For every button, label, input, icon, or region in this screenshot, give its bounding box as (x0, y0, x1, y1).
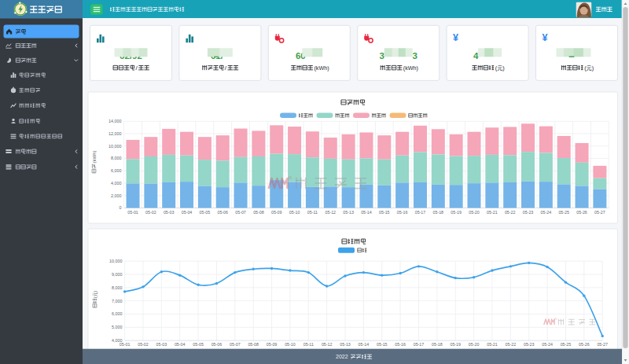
svg-text:2022: 2022 (336, 354, 348, 359)
svg-text:05-24: 05-24 (542, 342, 553, 347)
svg-text:05-26: 05-26 (579, 342, 590, 347)
svg-text:6,000: 6,000 (112, 311, 123, 316)
svg-text:(元): (元) (92, 291, 97, 299)
svg-text:4,000: 4,000 (111, 181, 122, 186)
svg-text:05-16: 05-16 (397, 210, 408, 215)
svg-text:0: 0 (120, 205, 122, 210)
svg-text:05-06: 05-06 (217, 210, 228, 215)
svg-text:05-20: 05-20 (469, 342, 480, 347)
svg-text:05-10: 05-10 (289, 210, 300, 215)
svg-text:10,000: 10,000 (109, 144, 122, 149)
svg-text:05-12: 05-12 (325, 210, 336, 215)
svg-text:05-05: 05-05 (193, 342, 204, 347)
svg-text:2,000: 2,000 (111, 193, 122, 198)
svg-text:05-15: 05-15 (379, 210, 390, 215)
svg-text:05-25: 05-25 (558, 210, 569, 215)
svg-text:05-25: 05-25 (561, 342, 572, 347)
svg-text:7,000: 7,000 (112, 299, 123, 303)
svg-text:05-12: 05-12 (322, 342, 333, 347)
svg-text:8,000: 8,000 (111, 156, 122, 160)
svg-text:05-01: 05-01 (120, 342, 131, 347)
svg-text:05-03: 05-03 (164, 210, 175, 215)
svg-text:05-18: 05-18 (433, 210, 444, 215)
svg-text:(kWh): (kWh) (403, 64, 418, 72)
svg-text:05-22: 05-22 (506, 342, 517, 347)
svg-text:10,000: 10,000 (109, 259, 123, 263)
svg-text:05-15: 05-15 (377, 342, 388, 347)
svg-text:05-26: 05-26 (576, 210, 587, 215)
svg-text:(元): (元) (584, 64, 594, 72)
svg-text:05-14: 05-14 (361, 210, 372, 215)
svg-text:05-07: 05-07 (235, 210, 246, 215)
svg-text:3: 3 (412, 51, 417, 61)
svg-text:05-07: 05-07 (230, 342, 241, 347)
svg-text:05-18: 05-18 (432, 342, 443, 347)
svg-text:05-23: 05-23 (524, 342, 535, 347)
svg-text:8,000: 8,000 (112, 285, 123, 290)
svg-text:05-27: 05-27 (597, 342, 608, 347)
svg-text:05-19: 05-19 (450, 342, 461, 347)
svg-text:05-09: 05-09 (267, 342, 278, 347)
svg-text:05-23: 05-23 (523, 210, 534, 215)
svg-text:05-21: 05-21 (487, 342, 498, 347)
svg-text:05-24: 05-24 (541, 210, 552, 215)
svg-text:05-27: 05-27 (594, 210, 605, 215)
svg-text:05-02: 05-02 (145, 210, 156, 215)
svg-text:05-17: 05-17 (415, 210, 426, 215)
svg-text:05-06: 05-06 (212, 342, 223, 347)
svg-text:05-01: 05-01 (127, 210, 138, 215)
svg-text:05-16: 05-16 (395, 342, 406, 347)
svg-text:05-21: 05-21 (487, 210, 498, 215)
svg-text:05-04: 05-04 (182, 210, 193, 215)
svg-text:(kWh): (kWh) (92, 150, 97, 163)
svg-text:05-11: 05-11 (303, 342, 314, 347)
svg-text:05-11: 05-11 (307, 210, 318, 215)
svg-text:4: 4 (473, 51, 479, 61)
svg-text:9,000: 9,000 (112, 272, 123, 277)
svg-text:(元): (元) (495, 64, 505, 72)
svg-text:05-19: 05-19 (451, 210, 462, 215)
svg-text:05-13: 05-13 (343, 210, 354, 215)
svg-text:05-14: 05-14 (359, 342, 370, 347)
svg-text:(kWh): (kWh) (314, 64, 329, 72)
svg-text:05-09: 05-09 (271, 210, 282, 215)
svg-text:¥: ¥ (453, 32, 458, 43)
svg-text:05-04: 05-04 (175, 342, 186, 347)
svg-text:05-03: 05-03 (156, 342, 167, 347)
svg-text:05-08: 05-08 (248, 342, 259, 347)
svg-text:05-10: 05-10 (285, 342, 296, 347)
svg-text:6,000: 6,000 (111, 168, 122, 173)
svg-text:05-20: 05-20 (469, 210, 480, 215)
svg-text:12,000: 12,000 (109, 131, 122, 136)
svg-text:3: 3 (379, 51, 384, 61)
svg-text:14,000: 14,000 (109, 119, 122, 123)
svg-text:05-05: 05-05 (200, 210, 211, 215)
svg-text:05-08: 05-08 (253, 210, 264, 215)
svg-text:05-22: 05-22 (505, 210, 516, 215)
svg-text:¥: ¥ (543, 32, 548, 43)
svg-text:05-17: 05-17 (414, 342, 425, 347)
svg-text:5,000: 5,000 (112, 325, 123, 329)
svg-text:05-02: 05-02 (138, 342, 149, 347)
svg-text:05-13: 05-13 (340, 342, 351, 347)
